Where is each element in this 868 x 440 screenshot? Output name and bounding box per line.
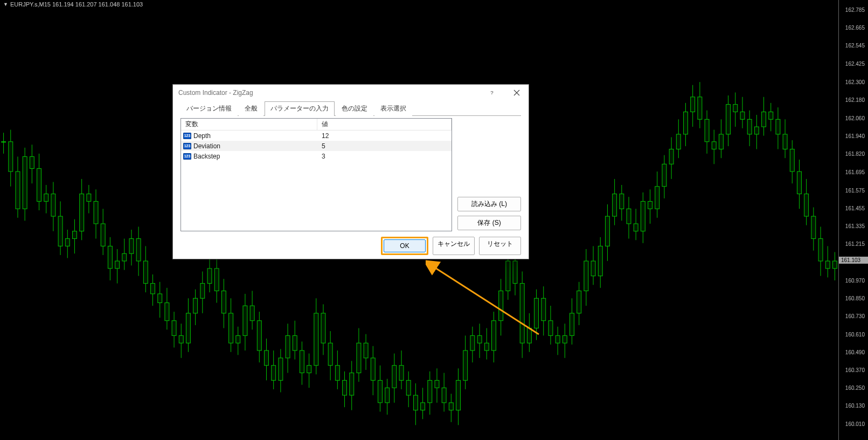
svg-rect-101 [357, 343, 361, 373]
price-tick: 160.130 [845, 403, 865, 409]
svg-rect-173 [613, 194, 617, 216]
load-button[interactable]: 読み込み (L) [457, 197, 521, 211]
svg-rect-63 [221, 291, 226, 313]
integer-icon: 123 [183, 143, 191, 149]
price-tick: 160.970 [845, 278, 865, 284]
svg-rect-171 [605, 216, 609, 246]
ok-button[interactable]: OK [384, 239, 426, 252]
save-button[interactable]: 保存 (S) [457, 216, 521, 230]
dialog-title: Custom Indicator - ZigZag [178, 89, 480, 97]
grid-row[interactable]: 123 Deviation 5 [181, 141, 452, 151]
svg-rect-235 [832, 261, 837, 269]
dialog-tabs: バージョン情報 全般 パラメーターの入力 色の設定 表示選択 [173, 101, 529, 115]
svg-rect-169 [598, 246, 602, 276]
svg-rect-201 [712, 142, 716, 149]
grid-row[interactable]: 123 Depth 12 [181, 130, 452, 141]
svg-rect-81 [286, 335, 290, 358]
svg-rect-67 [236, 335, 240, 343]
svg-rect-5 [16, 171, 20, 209]
svg-rect-123 [435, 380, 439, 388]
svg-rect-203 [719, 134, 723, 149]
price-tick: 162.060 [845, 115, 865, 121]
svg-rect-207 [733, 105, 738, 112]
close-button[interactable] [504, 85, 529, 101]
svg-rect-149 [527, 328, 531, 343]
tab-version[interactable]: バージョン情報 [180, 101, 238, 116]
param-value[interactable]: 12 [317, 132, 452, 140]
svg-rect-227 [804, 194, 809, 216]
svg-rect-131 [463, 350, 468, 380]
param-name: Backstep [193, 153, 220, 160]
tab-colors[interactable]: 色の設定 [336, 101, 373, 116]
svg-rect-13 [44, 194, 48, 202]
svg-rect-55 [193, 298, 198, 313]
svg-rect-1 [2, 142, 6, 142]
svg-rect-129 [456, 380, 461, 410]
svg-rect-189 [669, 149, 673, 164]
svg-rect-79 [279, 358, 283, 380]
svg-rect-103 [364, 343, 368, 358]
svg-rect-37 [129, 239, 134, 254]
svg-rect-135 [477, 335, 482, 343]
svg-rect-187 [662, 164, 666, 186]
tab-general[interactable]: 全般 [239, 101, 263, 116]
svg-rect-159 [563, 335, 567, 343]
svg-rect-23 [80, 194, 84, 231]
svg-rect-7 [23, 156, 27, 209]
indicator-dialog: Custom Indicator - ZigZag ? バージョン情報 全般 パ… [172, 84, 529, 259]
svg-rect-99 [350, 373, 354, 395]
svg-rect-193 [684, 112, 688, 134]
svg-rect-143 [506, 261, 510, 291]
svg-rect-111 [392, 366, 397, 388]
dialog-titlebar[interactable]: Custom Indicator - ZigZag ? [173, 85, 529, 101]
svg-rect-73 [257, 321, 261, 350]
help-button[interactable]: ? [480, 85, 504, 101]
svg-rect-221 [783, 134, 787, 149]
param-name: Deviation [193, 142, 220, 150]
price-tick: 162.300 [845, 79, 865, 85]
tab-display[interactable]: 表示選択 [374, 101, 412, 116]
svg-rect-93 [328, 343, 332, 365]
svg-rect-215 [762, 112, 766, 127]
param-value[interactable]: 3 [317, 153, 452, 160]
svg-rect-27 [94, 201, 98, 223]
svg-rect-121 [428, 380, 432, 402]
svg-rect-117 [413, 395, 418, 410]
grid-row[interactable]: 123 Backstep 3 [181, 151, 452, 161]
price-tick: 160.850 [845, 295, 865, 301]
price-tick: 161.695 [845, 169, 865, 175]
svg-rect-25 [87, 194, 91, 202]
cancel-button[interactable]: キャンセル [433, 237, 475, 255]
col-header-variable[interactable]: 変数 [181, 119, 317, 130]
svg-rect-65 [229, 313, 233, 343]
svg-rect-195 [691, 97, 695, 112]
reset-button[interactable]: リセット [479, 237, 521, 255]
price-tick: 160.730 [845, 313, 865, 319]
svg-rect-9 [30, 156, 34, 168]
col-header-value[interactable]: 値 [317, 119, 452, 130]
svg-rect-199 [705, 119, 709, 141]
svg-rect-115 [406, 380, 411, 395]
dropdown-icon[interactable]: ▼ [3, 2, 8, 7]
price-tick: 162.545 [845, 43, 865, 49]
price-tick: 160.250 [845, 385, 865, 391]
svg-rect-151 [534, 298, 539, 328]
price-tick: 161.455 [845, 205, 865, 211]
svg-rect-157 [555, 335, 560, 343]
price-tick: 161.215 [845, 241, 865, 247]
price-tick: 160.490 [845, 349, 865, 355]
svg-rect-61 [214, 269, 219, 291]
svg-rect-87 [307, 366, 311, 373]
parameter-grid[interactable]: 変数 値 123 Depth 12 123 Deviation 5 [180, 118, 452, 231]
tab-parameters[interactable]: パラメーターの入力 [265, 101, 335, 116]
svg-rect-155 [548, 321, 553, 336]
param-value[interactable]: 5 [317, 142, 452, 150]
svg-rect-165 [584, 261, 588, 291]
svg-rect-127 [449, 403, 453, 410]
svg-rect-17 [58, 216, 63, 246]
svg-rect-137 [484, 343, 489, 350]
svg-rect-125 [442, 388, 446, 403]
svg-rect-59 [207, 269, 212, 284]
svg-rect-161 [570, 313, 574, 335]
svg-rect-211 [747, 119, 752, 134]
